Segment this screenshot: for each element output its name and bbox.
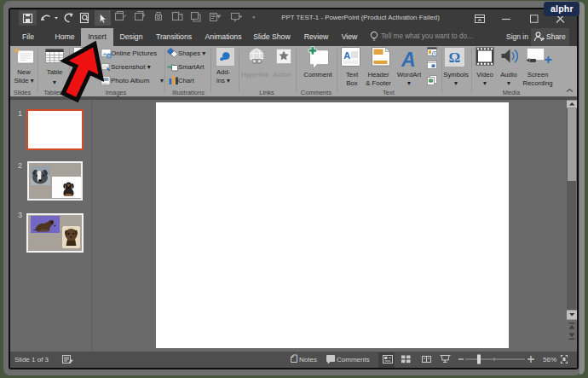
svg-text:Ω: Ω: [449, 49, 461, 66]
svg-text:A: A: [401, 49, 416, 71]
svg-text:A: A: [343, 50, 350, 61]
